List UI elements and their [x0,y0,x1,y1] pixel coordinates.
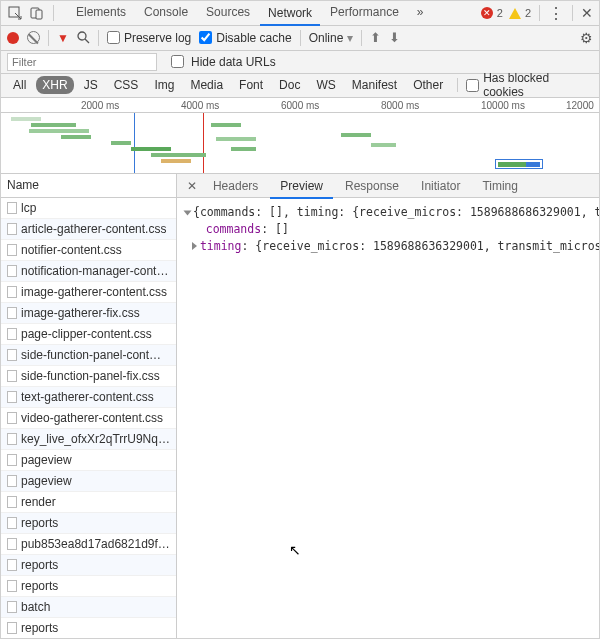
pill-manifest[interactable]: Manifest [346,76,403,94]
preview-key-timing: timing [200,239,242,253]
import-har-icon[interactable]: ⬆ [370,30,381,45]
settings-gear-icon[interactable]: ⚙ [580,30,593,46]
record-button[interactable] [7,32,19,44]
file-icon [7,517,17,529]
request-row[interactable]: pageview [1,471,176,492]
request-row[interactable]: batch [1,597,176,618]
request-list[interactable]: lcparticle-gatherer-content.cssnotifier-… [1,198,176,638]
request-name: page-clipper-content.css [21,327,152,341]
file-icon [7,475,17,487]
detail-tab-response[interactable]: Response [335,175,409,197]
request-name-column: Name lcparticle-gatherer-content.cssnoti… [1,174,177,638]
detail-tab-headers[interactable]: Headers [203,175,268,197]
detail-tab-preview[interactable]: Preview [270,175,333,199]
has-blocked-cookies-input[interactable] [466,79,479,92]
file-icon [7,454,17,466]
request-row[interactable]: notification-manager-cont… [1,261,176,282]
pill-all[interactable]: All [7,76,32,94]
request-row[interactable]: image-gatherer-content.css [1,282,176,303]
svg-line-4 [85,39,89,43]
svg-rect-2 [36,10,42,19]
pill-js[interactable]: JS [78,76,104,94]
disclosure-triangle-icon[interactable] [183,210,191,215]
disable-cache-checkbox[interactable]: Disable cache [199,31,291,45]
search-icon[interactable] [77,31,90,44]
preserve-log-checkbox[interactable]: Preserve log [107,31,191,45]
error-count: 2 [497,7,503,19]
request-row[interactable]: article-gatherer-content.css [1,219,176,240]
filter-input[interactable] [7,53,157,71]
device-toggle-icon[interactable] [29,5,45,21]
request-row[interactable]: notifier-content.css [1,240,176,261]
request-row[interactable]: reports [1,555,176,576]
request-name: pageview [21,453,72,467]
warning-badge-icon[interactable] [509,8,521,19]
preview-body[interactable]: {commands: [], timing: {receive_micros: … [177,198,600,638]
pill-doc[interactable]: Doc [273,76,306,94]
filter-toggle-icon[interactable]: ▼ [57,31,69,45]
hide-data-urls-input[interactable] [171,55,184,68]
request-row[interactable]: render [1,492,176,513]
request-row[interactable]: text-gatherer-content.css [1,387,176,408]
hide-data-urls-checkbox[interactable]: Hide data URLs [167,52,276,71]
request-name: reports [21,621,58,635]
pill-css[interactable]: CSS [108,76,145,94]
has-blocked-cookies-checkbox[interactable]: Has blocked cookies [466,71,593,99]
request-row[interactable]: pageview [1,450,176,471]
request-row[interactable]: side-function-panel-fix.css [1,366,176,387]
tab-sources[interactable]: Sources [198,1,258,25]
overview-bar [131,147,171,151]
close-devtools-icon[interactable]: ✕ [581,5,593,21]
pill-xhr[interactable]: XHR [36,76,73,94]
name-column-header[interactable]: Name [1,174,176,198]
preserve-log-input[interactable] [107,31,120,44]
ruler-tick: 6000 ms [281,100,319,111]
request-row[interactable]: side-function-panel-cont… [1,345,176,366]
overview-bar [216,137,256,141]
tab-performance[interactable]: Performance [322,1,407,25]
disclosure-triangle-icon[interactable] [192,242,197,250]
ruler-tick: 4000 ms [181,100,219,111]
request-row[interactable]: video-gatherer-content.css [1,408,176,429]
file-icon [7,622,17,634]
inspect-icon[interactable] [7,5,23,21]
request-row[interactable]: pub853ea8d17ad6821d9f… [1,534,176,555]
tab-elements[interactable]: Elements [68,1,134,25]
throttling-select[interactable]: Online ▾ [309,31,354,45]
close-detail-icon[interactable]: ✕ [183,179,201,193]
request-row[interactable]: page-clipper-content.css [1,324,176,345]
tab-overflow[interactable]: » [409,1,432,25]
overview-bar [161,159,191,163]
detail-tab-timing[interactable]: Timing [472,175,528,197]
timeline-overview[interactable] [1,113,599,174]
file-icon [7,202,17,214]
pill-img[interactable]: Img [148,76,180,94]
request-name: text-gatherer-content.css [21,390,154,404]
request-name: reports [21,516,58,530]
kebab-menu-icon[interactable]: ⋮ [548,4,564,23]
request-row[interactable]: image-gatherer-fix.css [1,303,176,324]
request-name: pub853ea8d17ad6821d9f… [21,537,170,551]
overview-selection[interactable] [495,159,543,169]
clear-button[interactable] [27,31,40,44]
file-icon [7,349,17,361]
detail-tab-initiator[interactable]: Initiator [411,175,470,197]
export-har-icon[interactable]: ⬇ [389,30,400,45]
overview-bar [231,147,256,151]
request-name: reports [21,579,58,593]
pill-media[interactable]: Media [184,76,229,94]
pill-font[interactable]: Font [233,76,269,94]
request-row[interactable]: reports [1,513,176,534]
timeline-ruler[interactable]: 2000 ms 4000 ms 6000 ms 8000 ms 10000 ms… [1,98,599,113]
tab-network[interactable]: Network [260,2,320,26]
file-icon [7,328,17,340]
pill-ws[interactable]: WS [310,76,341,94]
pill-other[interactable]: Other [407,76,449,94]
request-row[interactable]: key_live_ofxXr2qTrrU9Nq… [1,429,176,450]
request-row[interactable]: reports [1,618,176,638]
error-badge-icon[interactable]: ✕ [481,7,493,19]
request-row[interactable]: lcp [1,198,176,219]
request-row[interactable]: reports [1,576,176,597]
tab-console[interactable]: Console [136,1,196,25]
disable-cache-input[interactable] [199,31,212,44]
